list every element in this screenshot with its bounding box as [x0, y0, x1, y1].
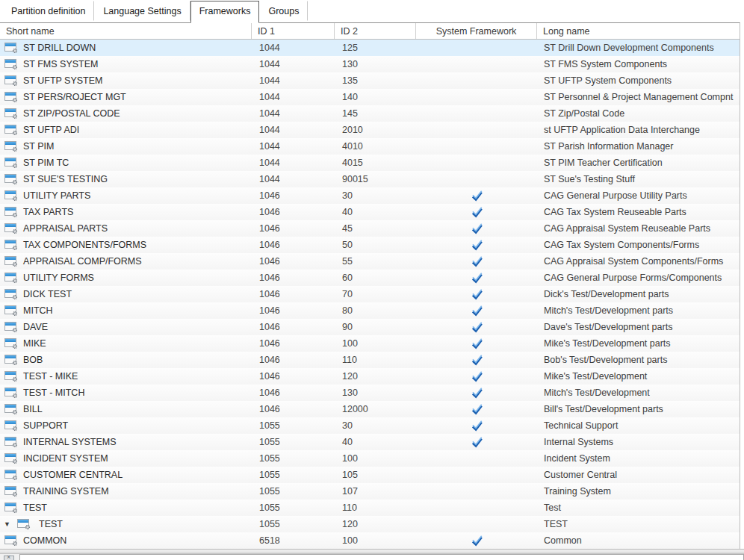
table-row[interactable]: ▼ ST SUE'S TESTING 1044 90015 ST Sue's T… [0, 171, 740, 187]
row-short-name: ST PIM TC [23, 158, 69, 168]
column-header-system-framework[interactable]: System Framework [416, 23, 537, 39]
table-row[interactable]: ▼ ST ZIP/POSTAL CODE 1044 145 ST Zip/Pos… [0, 105, 740, 122]
table-row[interactable]: ▼ BILL 1046 12000 Bill's Test/Developmen… [0, 401, 740, 417]
row-short-name: ST PERS/ROJECT MGT [23, 92, 126, 102]
partial-row-icon [4, 556, 14, 560]
blue-check-icon [471, 535, 483, 547]
column-header-long-name[interactable]: Long name [537, 23, 740, 39]
table-row[interactable]: ▼ INTERNAL SYSTEMS 1055 40 Internal Syst… [0, 434, 740, 450]
blue-check-icon [471, 223, 483, 234]
table-row[interactable]: ▼ TEST - MITCH 1046 130 Mitch's Test/Dev… [0, 385, 740, 401]
table-row[interactable]: ▼ BOB 1046 110 Bob's Test/Development pa… [0, 352, 740, 368]
row-id1: 1046 [252, 368, 335, 385]
row-long-name: CAG Appraisal System Reuseable Parts [537, 220, 740, 237]
table-row[interactable]: ▼ TRAINING SYSTEM 1055 107 Training Syst… [0, 483, 740, 500]
row-long-name: ST Zip/Postal Code [537, 105, 740, 122]
row-long-name: CAG General Purpose Utility Parts [537, 187, 740, 204]
row-id1: 1046 [252, 220, 335, 237]
table-row[interactable]: ▼ ST FMS SYSTEM 1044 130 ST FMS System C… [0, 56, 740, 72]
row-long-name: ST Drill Down Development Components [537, 40, 740, 56]
table-row[interactable]: ▼ TEST 1055 120 TEST [0, 516, 740, 532]
table-row[interactable]: ▼ INCIDENT SYSTEM 1055 100 Incident Syst… [0, 450, 740, 467]
frameworks-table: Short name ID 1 ID 2 System Framework Lo… [0, 22, 740, 549]
row-long-name: Mitch's Test/Development parts [537, 302, 740, 319]
row-short-name: MIKE [23, 338, 46, 349]
table-row[interactable]: ▼ APPRAISAL PARTS 1046 45 CAG Appraisal … [0, 220, 740, 237]
framework-window-gear-icon [4, 125, 17, 135]
tab-partition-definition[interactable]: Partition definition [2, 1, 94, 21]
table-row[interactable]: ▼ COMMON 6518 100 Common [0, 532, 740, 549]
row-long-name: ST Parish Information Manager [537, 138, 740, 155]
table-row[interactable]: ▼ ST UFTP SYSTEM 1044 135 ST UFTP System… [0, 72, 740, 89]
row-id2: 135 [335, 72, 416, 89]
table-row[interactable]: ▼ APPRAISAL COMP/FORMS 1046 55 CAG Appra… [0, 253, 740, 270]
table-row[interactable]: ▼ ST PIM 1044 4010 ST Parish Information… [0, 138, 740, 155]
row-short-name: BILL [23, 404, 43, 414]
row-id1: 6518 [252, 532, 335, 549]
table-row[interactable]: ▼ ST UFTP ADI 1044 2010 st UFTP Applicat… [0, 122, 740, 138]
row-id1: 1055 [252, 483, 335, 500]
row-id2: 4015 [335, 155, 416, 171]
row-id2: 145 [335, 105, 416, 122]
row-id1: 1055 [252, 500, 335, 516]
row-long-name: Bob's Test/Development parts [537, 352, 740, 368]
triangle-down-icon[interactable]: ▼ [4, 521, 16, 528]
framework-window-gear-icon [4, 75, 17, 86]
row-long-name: Mike's Test/Development parts [537, 335, 740, 352]
framework-window-gear-icon [4, 437, 17, 447]
framework-window-gear-icon [4, 207, 17, 217]
row-id2: 100 [335, 335, 416, 352]
row-short-name: APPRAISAL COMP/FORMS [23, 256, 142, 267]
row-id2: 130 [335, 56, 416, 72]
tab-frameworks[interactable]: Frameworks [190, 1, 260, 23]
row-short-name: TEST - MITCH [23, 388, 84, 398]
row-id1: 1046 [252, 204, 335, 220]
table-row[interactable]: ▼ TEST 1055 110 Test [0, 500, 740, 516]
row-long-name: st UFTP Application Data Interchange [537, 122, 740, 138]
row-id1: 1046 [252, 401, 335, 417]
row-id2: 107 [335, 483, 416, 500]
table-row[interactable]: ▼ MITCH 1046 80 Mitch's Test/Development… [0, 302, 740, 319]
column-header-id2[interactable]: ID 2 [335, 23, 416, 39]
row-long-name: Internal Systems [537, 434, 740, 450]
row-long-name: Technical Support [537, 417, 740, 434]
table-row[interactable]: ▼ TAX COMPONENTS/FORMS 1046 50 CAG Tax S… [0, 237, 740, 253]
table-row[interactable]: ▼ MIKE 1046 100 Mike's Test/Development … [0, 335, 740, 352]
row-id1: 1046 [252, 302, 335, 319]
tab-language-settings[interactable]: Language Settings [94, 1, 190, 21]
row-short-name: TAX COMPONENTS/FORMS [23, 240, 146, 250]
table-row[interactable]: ▼ DICK TEST 1046 70 Dick's Test/Developm… [0, 286, 740, 302]
table-header-row: Short name ID 1 ID 2 System Framework Lo… [0, 23, 740, 40]
row-short-name: TEST [23, 503, 47, 513]
row-long-name: ST UFTP System Components [537, 72, 740, 89]
row-long-name: Dick's Test/Development parts [537, 286, 740, 302]
row-long-name: Training System [537, 483, 740, 500]
row-id2: 90 [335, 319, 416, 335]
row-id2: 30 [335, 187, 416, 204]
table-row[interactable]: ▼ ST PERS/ROJECT MGT 1044 140 ST Personn… [0, 89, 740, 105]
table-row[interactable]: ▼ TAX PARTS 1046 40 CAG Tax System Reuse… [0, 204, 740, 220]
framework-window-gear-icon [4, 453, 17, 464]
table-row[interactable]: ▼ UTILITY PARTS 1046 30 CAG General Purp… [0, 187, 740, 204]
row-id1: 1055 [252, 417, 335, 434]
row-id2: 40 [335, 204, 416, 220]
column-header-short-name[interactable]: Short name [0, 23, 252, 39]
framework-window-gear-icon [4, 59, 17, 69]
row-id2: 50 [335, 237, 416, 253]
column-header-id1[interactable]: ID 1 [252, 23, 335, 39]
table-row[interactable]: ▼ UTILITY FORMS 1046 60 CAG General Purp… [0, 270, 740, 286]
table-row[interactable]: ▼ SUPPORT 1055 30 Technical Support [0, 417, 740, 434]
blue-check-icon [471, 256, 483, 267]
framework-window-gear-icon [4, 158, 17, 168]
row-id2: 100 [335, 532, 416, 549]
partial-row-field[interactable] [19, 554, 744, 560]
table-row[interactable]: ▼ TEST - MIKE 1046 120 Mike's Test/Devel… [0, 368, 740, 385]
row-id2: 70 [335, 286, 416, 302]
table-row[interactable]: ▼ DAVE 1046 90 Dave's Test/Development p… [0, 319, 740, 335]
table-row[interactable]: ▼ ST PIM TC 1044 4015 ST PIM Teacher Cer… [0, 155, 740, 171]
row-short-name: INTERNAL SYSTEMS [23, 437, 117, 447]
row-short-name: TEST - MIKE [23, 371, 78, 382]
table-row[interactable]: ▼ ST DRILL DOWN 1044 125 ST Drill Down D… [0, 40, 740, 56]
table-row[interactable]: ▼ CUSTOMER CENTRAL 1055 105 Customer Cen… [0, 467, 740, 483]
tab-groups[interactable]: Groups [259, 1, 308, 21]
